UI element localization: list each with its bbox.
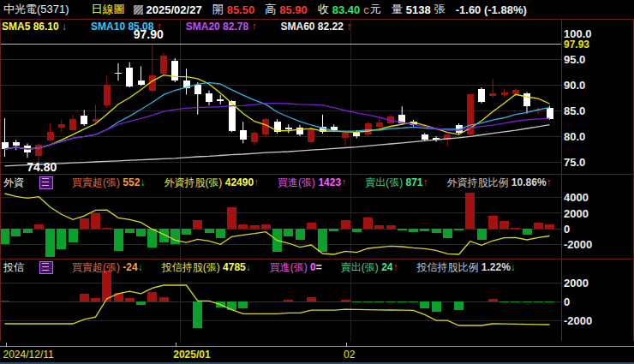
high-label: 高 — [265, 2, 276, 17]
close-value: 83.40 — [332, 3, 361, 16]
time-axis-tick — [6, 343, 7, 347]
legend-trend-arrow: = — [316, 261, 322, 273]
volume-label: 量 — [392, 2, 403, 17]
legend-item: 外資持股(張) 42490↑ — [164, 176, 259, 190]
close-flag: c — [363, 3, 369, 16]
foreign-panel-header: 外資 買賣超(張) 552↓外資持股(張) 42490↑買進(張) 1423↑賣… — [0, 176, 634, 190]
price-unit: 元 — [370, 2, 381, 17]
foreign-menu-icon[interactable] — [39, 176, 53, 189]
legend-label: 賣出(張) — [341, 261, 379, 273]
main-candlestick-chart[interactable]: 100.095.090.085.080.075.097.93 97.90 74.… — [0, 19, 634, 175]
sma20-legend: SMA20 82.78 ↑ — [186, 21, 257, 33]
panel-tick-label: 2000 — [564, 206, 589, 219]
price-tick-label: 90.0 — [564, 79, 585, 92]
open-label: 開 — [212, 2, 224, 17]
legend-trend-arrow: ↑ — [392, 261, 398, 273]
legend-item: 買進(張) 1423↑ — [278, 176, 346, 190]
price-tick-label: 80.0 — [564, 130, 585, 143]
legend-label: 買賣超(張) — [72, 176, 120, 188]
legend-item: 賣出(張) 871↑ — [365, 176, 428, 190]
legend-value: 552 — [123, 176, 140, 188]
legend-value: 871 — [405, 176, 422, 188]
sma-trend-arrow: ↑ — [346, 21, 351, 33]
time-axis-line — [0, 346, 634, 347]
volume-unit: 張 — [434, 2, 446, 17]
sma-label: SMA5 86.10 — [2, 21, 62, 33]
legend-trend-arrow: ↓ — [511, 261, 516, 273]
legend-value: 10.86% — [511, 176, 547, 188]
sma60-legend: SMA60 82.22 ↑ — [280, 21, 351, 33]
legend-label: 外資持股(張) — [164, 176, 222, 188]
legend-label: 投信持股比例 — [416, 261, 478, 273]
time-axis-label: 2024/12/11 — [3, 349, 54, 361]
legend-trend-arrow: ↑ — [254, 176, 259, 188]
panel-tick-label: 4000 — [564, 191, 589, 204]
panel-tick-label: 0 — [564, 223, 570, 236]
high-value: 85.90 — [279, 3, 308, 16]
legend-label: 外資持股比例 — [447, 176, 509, 188]
trust-panel-title: 投信 — [3, 260, 33, 275]
trust-menu-icon[interactable] — [39, 261, 53, 274]
sma5-legend: SMA5 86.10 ↓ — [2, 21, 67, 33]
legend-trend-arrow: ↑ — [547, 176, 552, 188]
legend-value: 24 — [381, 261, 392, 273]
legend-value: 1.22% — [481, 261, 511, 273]
legend-trend-arrow: ↓ — [138, 261, 143, 273]
panel-tick-label: -2000 — [564, 314, 592, 327]
sma-trend-arrow: ↑ — [251, 21, 256, 33]
high-price-annotation: 97.90 — [134, 27, 164, 41]
stock-chart-window: 中光電(5371) 日線圖 2025/02/27 開 85.50 高 85.90… — [0, 0, 634, 364]
legend-item: 買進(張) 0= — [270, 260, 322, 275]
legend-label: 投信持股(張) — [162, 261, 220, 273]
legend-label: 買進(張) — [270, 261, 308, 273]
price-tick-label: 95.0 — [564, 53, 585, 66]
legend-value: -24 — [123, 261, 137, 273]
sma-label: SMA60 82.22 — [280, 21, 346, 33]
legend-item: 買賣超(張) -24↓ — [72, 260, 143, 275]
price-axis: 100.095.090.085.080.075.097.93 — [564, 20, 634, 175]
legend-trend-arrow: ↑ — [423, 176, 428, 188]
investment-trust-panel[interactable]: 投信 買賣超(張) -24↓投信持股(張) 4785↓買進(張) 0=賣出(張)… — [0, 259, 634, 342]
date-value: 2025/02/27 — [147, 3, 202, 16]
volume-value: 5138 — [406, 3, 431, 16]
reference-price-label: 97.93 — [564, 39, 589, 51]
legend-value: 4785 — [223, 261, 246, 273]
trust-panel-header: 投信 買賣超(張) -24↓投信持股(張) 4785↓買進(張) 0=賣出(張)… — [0, 260, 634, 275]
legend-value: 0 — [310, 261, 316, 273]
open-value: 85.50 — [227, 3, 255, 16]
change-value: -1.60 (-1.88%) — [456, 3, 527, 16]
legend-trend-arrow: ↓ — [246, 261, 251, 273]
legend-item: 外資持股比例 10.86%↑ — [447, 176, 552, 190]
foreign-panel-title: 外資 — [3, 176, 33, 190]
time-axis-label: 2025/01 — [173, 349, 210, 361]
legend-label: 賣出(張) — [365, 176, 403, 188]
panel-tick-label: -2000 — [564, 238, 592, 251]
candlestick-canvas[interactable] — [0, 20, 562, 174]
panel-tick-label: 2000 — [564, 277, 589, 289]
legend-item: 買賣超(張) 552↓ — [72, 176, 145, 190]
legend-trend-arrow: ↑ — [341, 176, 346, 188]
time-axis-tick — [176, 343, 176, 347]
legend-label: 買賣超(張) — [72, 261, 120, 273]
sma-label: SMA20 82.78 — [186, 21, 252, 33]
legend-item: 投信持股比例 1.22%↓ — [416, 260, 515, 275]
sma-legend-row: SMA5 86.10 ↓SMA10 85.08 ↑SMA20 82.78 ↑SM… — [0, 20, 634, 33]
foreign-investor-panel[interactable]: 外資 買賣超(張) 552↓外資持股(張) 42490↑買進(張) 1423↑賣… — [0, 174, 634, 260]
legend-label: 買進(張) — [278, 176, 315, 188]
chart-period-label[interactable]: 日線圖 — [92, 2, 125, 17]
stock-name: 中光電(5371) — [3, 2, 69, 17]
time-axis-tick — [346, 343, 347, 347]
title-bar: 中光電(5371) 日線圖 2025/02/27 開 85.50 高 85.90… — [0, 0, 634, 19]
time-axis: 2024/12/112025/0102 — [0, 341, 634, 364]
legend-value: 42490 — [225, 176, 254, 188]
legend-trend-arrow: ↓ — [140, 176, 145, 188]
legend-item: 賣出(張) 24↑ — [341, 260, 398, 275]
price-tick-label: 75.0 — [564, 156, 585, 169]
chart-style-icon[interactable] — [134, 5, 143, 15]
panel-tick-label: 0 — [564, 295, 570, 308]
price-tick-label: 85.0 — [564, 104, 585, 117]
legend-item: 投信持股(張) 4785↓ — [162, 260, 251, 275]
legend-value: 1423 — [318, 176, 341, 188]
close-label: 收 — [318, 2, 329, 17]
sma-trend-arrow: ↓ — [62, 21, 67, 33]
